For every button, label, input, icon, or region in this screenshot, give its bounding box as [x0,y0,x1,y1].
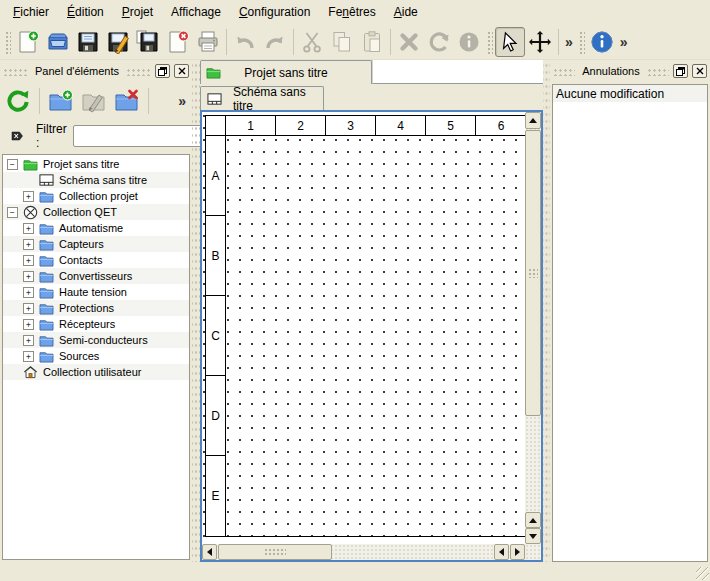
tree-item[interactable]: Collection utilisateur [3,364,189,380]
right-splitter[interactable] [543,60,550,562]
tree-item[interactable]: +Convertisseurs [3,268,189,284]
scroll-right-button[interactable] [510,544,525,560]
scroll-left-button[interactable] [202,544,217,560]
tree-item[interactable]: +Collection projet [3,188,189,204]
row-header: E [206,456,226,536]
dock-drag-handle[interactable] [647,67,669,76]
expand-toggle[interactable]: + [23,351,34,362]
folder-blue-icon [39,253,54,268]
rotate-icon [427,30,451,54]
folder-blue-icon [39,237,54,252]
tree-item[interactable]: +Récepteurs [3,316,189,332]
menu-configuration[interactable]: Configuration [230,2,319,22]
scroll-down-button[interactable] [525,528,541,544]
left-splitter[interactable] [192,60,200,562]
tree-item[interactable]: +Contacts [3,252,189,268]
dock-drag-handle[interactable] [3,67,28,76]
expand-toggle[interactable]: + [23,239,34,250]
print-button[interactable] [193,27,223,57]
open-document-button[interactable] [43,27,73,57]
tree-item[interactable]: −Collection QET [3,204,189,220]
tree-item[interactable]: +Semi-conducteurs [3,332,189,348]
undo-button[interactable] [230,27,260,57]
toolbar-handle[interactable] [578,30,585,54]
clear-filter-button[interactable] [4,124,30,148]
tab-schema[interactable]: Schéma sans titre [200,86,324,110]
diagram-canvas[interactable]: 123456 ABCDE [202,112,525,544]
undo-list-item[interactable]: Aucune modification [553,85,707,102]
workspace: Projet sans titre Schéma sans titre 1234… [200,60,543,562]
menu-affichage[interactable]: Affichage [162,2,230,22]
folder-green-icon [23,157,38,172]
rotate-button[interactable] [424,27,454,57]
tree-item[interactable]: +Automatisme [3,220,189,236]
expand-toggle[interactable]: + [23,287,34,298]
tree-item[interactable]: +Capteurs [3,236,189,252]
reload-collections-button[interactable] [3,86,33,116]
dock-drag-handle[interactable] [126,67,151,76]
pan-mode-button[interactable] [525,27,555,57]
window-resize-grip[interactable] [696,567,709,580]
close-file-icon [166,30,190,54]
delete-button[interactable] [394,27,424,57]
toolbar-overflow-button[interactable]: » [175,86,189,116]
edit-category-button[interactable] [79,86,109,116]
tree-item[interactable]: Schéma sans titre [3,172,189,188]
toolbar-handle[interactable] [486,30,493,54]
scroll-up-button-bottom[interactable] [525,512,541,528]
expand-toggle[interactable]: + [23,303,34,314]
save-as-button[interactable] [103,27,133,57]
menu-fenetres[interactable]: Fenêtres [319,2,384,22]
tree-item[interactable]: +Protections [3,300,189,316]
float-panel-button[interactable] [673,64,688,78]
move-icon [528,30,552,54]
menu-aide[interactable]: Aide [385,2,427,22]
toolbar-separator [293,29,294,55]
tree-item[interactable]: −Projet sans titre [3,156,189,172]
new-document-button[interactable] [13,27,43,57]
menu-fichier[interactable]: Fichier [4,2,58,22]
tab-project[interactable]: Projet sans titre [200,60,372,84]
collapse-toggle[interactable]: − [7,159,18,170]
expand-toggle[interactable]: + [23,223,34,234]
copy-button[interactable] [327,27,357,57]
toolbar-overflow-button[interactable]: » [562,27,576,57]
redo-icon [263,30,287,54]
column-headers: 123456 [226,116,525,136]
properties-button[interactable] [454,27,484,57]
close-panel-button[interactable] [174,64,189,78]
tree-item[interactable]: +Haute tension [3,284,189,300]
close-panel-button[interactable] [692,64,707,78]
vertical-scroll-thumb[interactable] [525,130,541,416]
vertical-scrollbar[interactable] [525,112,541,544]
expand-toggle[interactable]: + [23,335,34,346]
expand-toggle[interactable]: + [23,191,34,202]
expand-toggle[interactable]: + [23,255,34,266]
save-button[interactable] [73,27,103,57]
about-button[interactable] [587,27,617,57]
float-panel-button[interactable] [155,64,170,78]
toolbar-overflow-button[interactable]: » [617,27,631,57]
menu-projet[interactable]: Projet [113,2,162,22]
toolbar-handle[interactable] [4,30,11,54]
expand-toggle[interactable]: + [23,319,34,330]
horizontal-scrollbar[interactable] [202,544,525,560]
redo-button[interactable] [260,27,290,57]
menu-edition[interactable]: Édition [58,2,113,22]
toolbar-separator [148,88,149,114]
expand-toggle[interactable]: + [23,271,34,282]
close-file-button[interactable] [163,27,193,57]
dock-drag-handle[interactable] [553,67,575,76]
paste-button[interactable] [357,27,387,57]
delete-category-button[interactable] [112,86,142,116]
new-category-button[interactable] [46,86,76,116]
scroll-up-button[interactable] [525,112,541,129]
tree-item[interactable]: +Sources [3,348,189,364]
scroll-left-button-right[interactable] [494,544,509,560]
save-all-button[interactable] [133,27,163,57]
selection-mode-button[interactable] [495,27,525,57]
collapse-toggle[interactable]: − [7,207,18,218]
horizontal-scroll-thumb[interactable] [218,544,332,560]
schema-icon [39,173,54,188]
cut-button[interactable] [297,27,327,57]
